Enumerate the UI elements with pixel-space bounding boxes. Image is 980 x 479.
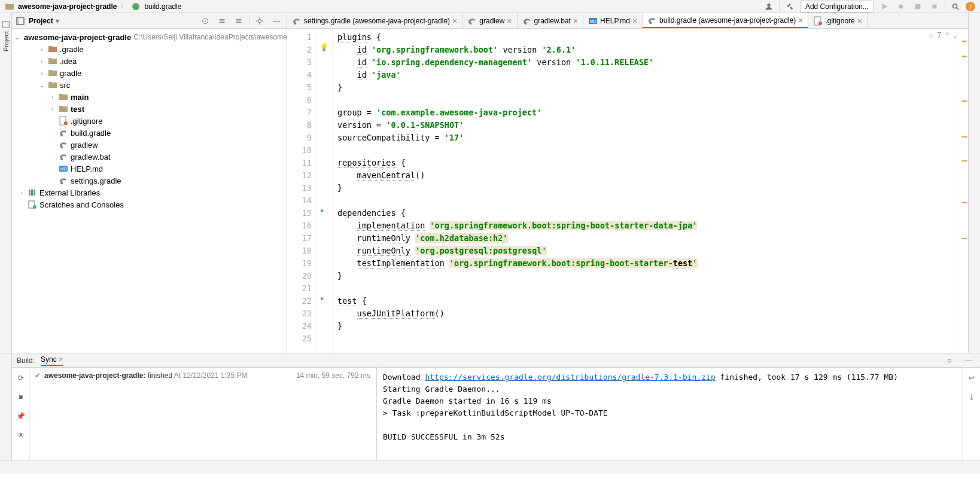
gradle-icon	[59, 140, 68, 150]
project-tool-button[interactable]	[0, 18, 13, 31]
build-tree[interactable]: ✔ awesome-java-project-gradle: finished …	[30, 368, 377, 460]
chevron-right-icon[interactable]: ›	[38, 46, 45, 53]
tree-item-label: gradle	[60, 69, 81, 78]
collapse-all-icon[interactable]	[232, 14, 245, 28]
tree-root[interactable]: ⌄ awesome-java-project-gradle C:\Users\S…	[12, 31, 287, 43]
refresh-icon[interactable]: ⟳	[14, 371, 28, 385]
chevron-right-icon[interactable]: ›	[49, 106, 56, 112]
tree-item[interactable]: .gitignore	[12, 115, 287, 127]
close-icon[interactable]: ×	[857, 16, 862, 26]
coverage-icon[interactable]	[911, 0, 924, 13]
expand-all-icon[interactable]	[215, 14, 229, 28]
editor-tab[interactable]: settings.gradle (awesome-java-project-gr…	[287, 13, 462, 28]
user-icon[interactable]	[762, 0, 775, 13]
close-icon[interactable]: ×	[573, 16, 578, 26]
gear-icon[interactable]	[253, 14, 266, 28]
gutter-markers: 💡 ▶ ▶	[317, 29, 333, 353]
project-tool-label[interactable]: Project	[2, 31, 10, 51]
code-content[interactable]: plugins { id 'org.springframework.boot' …	[333, 29, 960, 353]
run-gutter-icon[interactable]: ▶	[321, 207, 324, 213]
tree-item-label: settings.gradle	[71, 176, 121, 185]
left-tool-stripe: Project	[0, 13, 12, 353]
close-icon[interactable]: ×	[798, 16, 803, 25]
editor-tab[interactable]: gradlew.bat×	[518, 13, 584, 28]
build-status-text: finished	[148, 371, 172, 380]
editor-tab[interactable]: gradlew×	[462, 13, 517, 28]
tree-item[interactable]: build.gradle	[12, 127, 287, 139]
svg-point-20	[33, 205, 36, 209]
project-tree[interactable]: ⌄ awesome-java-project-gradle C:\Users\S…	[12, 29, 287, 213]
error-stripe[interactable]	[960, 29, 968, 353]
warning-count: 7	[937, 31, 941, 39]
tree-item[interactable]: gradlew	[12, 139, 287, 151]
close-icon[interactable]: ×	[632, 16, 637, 26]
run-gutter-icon[interactable]: ▶	[321, 295, 324, 301]
stop-icon[interactable]	[928, 0, 941, 13]
chevron-right-icon[interactable]: ›	[49, 94, 56, 100]
tree-external-libraries[interactable]: › External Libraries	[12, 187, 287, 199]
ide-update-icon[interactable]: ↑	[966, 2, 975, 11]
tree-item[interactable]: ⌄src	[12, 79, 287, 91]
tree-scratches[interactable]: Scratches and Consoles	[12, 199, 287, 210]
editor-tab[interactable]: build.gradle (awesome-java-project-gradl…	[643, 13, 808, 28]
chevron-up-icon[interactable]: ⌃	[945, 31, 949, 39]
editor-tab[interactable]: .gitignore×	[808, 13, 868, 28]
tree-item[interactable]: MDHELP.md	[12, 163, 287, 175]
build-output[interactable]: Download https://services.gradle.org/dis…	[377, 368, 962, 460]
gradle-icon	[647, 16, 657, 25]
inspections-widget[interactable]: ⚠ 7 ⌃ ⌄	[929, 31, 957, 39]
tree-item-label: gradlew.bat	[71, 152, 111, 161]
gear-icon[interactable]	[943, 354, 956, 367]
tree-external-label: External Libraries	[39, 188, 100, 197]
stop-icon[interactable]: ■	[14, 390, 28, 404]
locate-icon[interactable]	[199, 14, 212, 28]
chevron-right-icon[interactable]: ›	[38, 70, 45, 77]
chevron-right-icon[interactable]: ›	[38, 58, 45, 65]
tree-item[interactable]: ›gradle	[12, 67, 287, 79]
scroll-to-end-icon[interactable]: ⤓	[965, 390, 978, 404]
tree-item[interactable]: ›test	[12, 103, 287, 115]
chevron-right-icon[interactable]: ›	[18, 190, 25, 196]
check-icon: ✔	[35, 371, 41, 380]
tab-label: build.gradle (awesome-java-project-gradl…	[659, 16, 796, 25]
divider	[779, 1, 780, 12]
status-bar	[0, 460, 980, 474]
build-duration: 14 min, 59 sec, 792 ms	[296, 371, 370, 380]
download-link[interactable]: https://services.gradle.org/distribution…	[425, 373, 715, 382]
hide-panel-icon[interactable]: —	[962, 354, 975, 367]
add-configuration-button[interactable]: Add Configuration...	[800, 1, 874, 13]
right-tool-stripe	[968, 13, 980, 353]
folder-icon	[48, 68, 57, 78]
debug-icon[interactable]	[894, 0, 908, 13]
breadcrumb-root[interactable]: awesome-java-project-gradle	[18, 2, 117, 11]
intention-bulb-icon[interactable]: 💡	[319, 43, 328, 51]
eye-icon[interactable]: 👁	[14, 429, 28, 442]
chevron-down-icon[interactable]: ⌄	[953, 31, 957, 39]
hide-panel-icon[interactable]: —	[270, 14, 283, 28]
sync-tab[interactable]: Sync ×	[41, 355, 63, 366]
chevron-down-icon[interactable]: ⌄	[38, 82, 45, 89]
chevron-down-icon[interactable]: ⌄	[14, 34, 19, 41]
close-icon[interactable]: ×	[452, 16, 457, 26]
build-hammer-icon[interactable]	[783, 0, 796, 13]
run-icon[interactable]	[878, 0, 891, 13]
editor-tab[interactable]: MDHELP.md×	[583, 13, 643, 28]
tree-root-label: awesome-java-project-gradle	[24, 33, 131, 42]
svg-point-2	[899, 4, 903, 8]
tree-item[interactable]: ›main	[12, 91, 287, 103]
tree-item[interactable]: settings.gradle	[12, 175, 287, 187]
tree-item[interactable]: gradlew.bat	[12, 151, 287, 163]
search-icon[interactable]	[949, 0, 962, 13]
folder-icon	[48, 80, 57, 90]
build-label: Build:	[17, 356, 35, 365]
code-editor[interactable]: 1234567891011121314151617181920212223242…	[287, 29, 968, 353]
tab-label: gradlew.bat	[534, 17, 571, 25]
tree-item[interactable]: ›.idea	[12, 55, 287, 67]
project-view-combo[interactable]: Project ▾	[29, 17, 59, 25]
svg-point-11	[258, 19, 261, 22]
breadcrumb-file[interactable]: build.gradle	[144, 2, 181, 11]
close-icon[interactable]: ×	[507, 16, 512, 26]
pin-icon[interactable]: 📌	[14, 410, 28, 423]
soft-wrap-icon[interactable]: ↩	[965, 371, 978, 385]
tree-item[interactable]: ›.gradle	[12, 43, 287, 55]
